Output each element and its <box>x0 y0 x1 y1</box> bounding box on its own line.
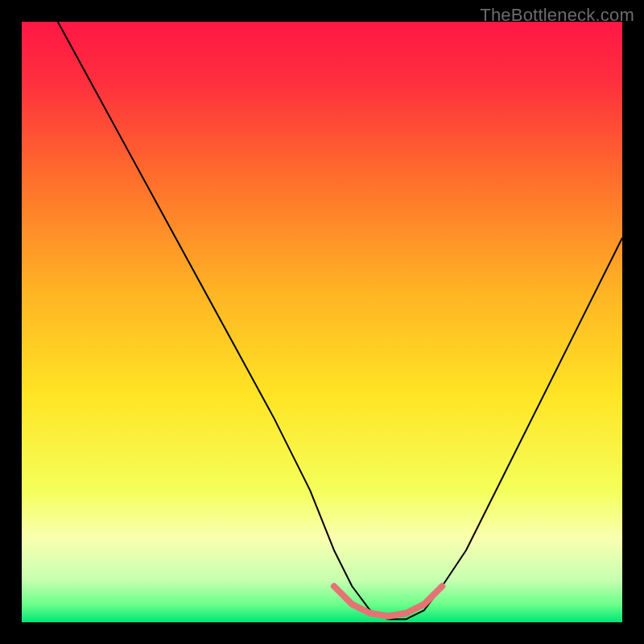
watermark-text: TheBottleneck.com <box>480 5 634 26</box>
chart-background <box>22 22 622 622</box>
chart-frame: TheBottleneck.com <box>0 0 644 644</box>
plot-area <box>22 22 622 622</box>
chart-svg <box>22 22 622 622</box>
